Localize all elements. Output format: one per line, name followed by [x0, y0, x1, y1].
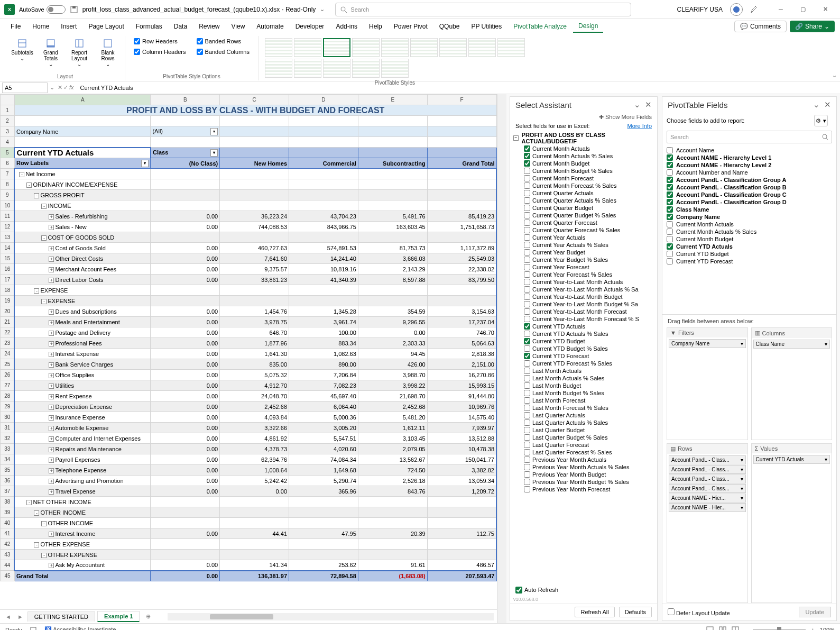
expand-icon[interactable]: + — [49, 489, 54, 495]
field-root[interactable]: −PROFIT AND LOSS BY CLASS ACTUAL/BUDGET/… — [513, 131, 654, 145]
field-item[interactable]: Current Year-to-Last Month Budget — [513, 293, 654, 300]
area-chip[interactable]: Account PandL - Class...▾ — [669, 474, 746, 483]
expand-icon[interactable]: + — [49, 532, 54, 537]
pivot-field-item[interactable]: Account Name — [667, 147, 832, 154]
styles-gallery[interactable] — [263, 36, 527, 80]
banded-cols-check[interactable]: Banded Columns — [197, 49, 250, 55]
field-item[interactable]: Current Month Budget — [513, 160, 654, 167]
area-chip[interactable]: Account NAME - Hier...▾ — [669, 494, 746, 503]
expand-icon[interactable]: - — [34, 542, 39, 547]
field-item[interactable]: Current Year Budget % Sales — [513, 256, 654, 263]
pivot-field-item[interactable]: Account PandL - Classification Group A — [667, 176, 832, 184]
field-item[interactable]: Last Quarter Forecast — [513, 441, 654, 449]
field-item[interactable]: Last Quarter Budget — [513, 426, 654, 434]
pivot-field-item[interactable]: Current Month Actuals % Sales — [667, 228, 832, 235]
search-box[interactable]: Search — [335, 3, 631, 16]
values-area[interactable]: ΣValues Current YTD Actuals▾ — [751, 443, 833, 604]
expand-icon[interactable]: + — [49, 225, 54, 230]
expand-icon[interactable]: - — [26, 500, 32, 505]
user-name[interactable]: CLEARIFY USA — [677, 6, 723, 13]
expand-icon[interactable]: + — [49, 352, 54, 357]
save-icon[interactable] — [70, 5, 78, 14]
macro-icon[interactable] — [30, 626, 37, 631]
menu-qqube[interactable]: QQube — [434, 21, 465, 32]
class-header[interactable]: Class▾ — [151, 148, 220, 158]
fields-search[interactable]: Search — [667, 131, 832, 143]
expand-icon[interactable]: - — [41, 299, 47, 304]
formula-input[interactable] — [77, 83, 838, 93]
expand-icon[interactable]: + — [49, 246, 54, 251]
company-filter[interactable]: (All)▾ — [151, 126, 220, 137]
field-item[interactable]: Last Quarter Forecast % Sales — [513, 449, 654, 456]
field-item[interactable]: Previous Year Month Budget — [513, 471, 654, 478]
field-item[interactable]: Last Month Forecast — [513, 397, 654, 404]
area-chip[interactable]: Class Name▾ — [753, 340, 830, 349]
menu-page-layout[interactable]: Page Layout — [83, 21, 129, 32]
row-headers-check[interactable]: Row Headers — [134, 38, 186, 44]
auto-refresh-check[interactable]: Auto Refresh — [510, 585, 657, 596]
name-box-dropdown[interactable]: ⌄ — [50, 84, 54, 91]
view-break-icon[interactable] — [732, 626, 739, 631]
expand-icon[interactable]: + — [49, 384, 54, 389]
field-item[interactable]: Previous Year Month Actuals — [513, 456, 654, 463]
row-labels-header[interactable]: Row Labels▾ — [14, 158, 150, 169]
field-item[interactable]: Last Month Forecast % Sales — [513, 404, 654, 412]
expand-icon[interactable]: + — [49, 257, 54, 262]
pivot-field-item[interactable]: Current YTD Forecast — [667, 258, 832, 265]
expand-icon[interactable]: + — [49, 458, 54, 463]
name-box[interactable] — [2, 83, 48, 93]
show-more-fields[interactable]: ✚ Show More Fields — [510, 113, 657, 122]
expand-icon[interactable]: - — [34, 193, 39, 198]
menu-file[interactable]: File — [5, 21, 26, 32]
menu-formulas[interactable]: Formulas — [131, 21, 168, 32]
field-item[interactable]: Last Month Actuals % Sales — [513, 375, 654, 382]
field-item[interactable]: Current Month Forecast — [513, 175, 654, 182]
menu-view[interactable]: View — [226, 21, 251, 32]
pivot-field-item[interactable]: Class Name — [667, 206, 832, 213]
panel-dropdown-icon[interactable]: ⌄ — [634, 100, 641, 109]
area-chip[interactable]: Company Name▾ — [669, 339, 746, 348]
spreadsheet-grid[interactable]: ABCDEF 1PROFIT AND LOSS BY CLASS - WITH … — [0, 94, 497, 581]
tab-nav-next[interactable]: ► — [15, 614, 25, 620]
field-item[interactable]: Current Quarter Actuals % Sales — [513, 197, 654, 204]
area-chip[interactable]: Account NAME - Hier...▾ — [669, 503, 746, 512]
share-button[interactable]: 🔗 Share ⌄ — [790, 21, 835, 32]
expand-icon[interactable]: - — [34, 288, 39, 294]
field-item[interactable]: Current Quarter Forecast — [513, 219, 654, 226]
accessibility-status[interactable]: ♿ Accessibility: Investigate — [44, 626, 116, 630]
field-item[interactable]: Current Year Actuals % Sales — [513, 241, 654, 249]
area-chip[interactable]: Account PandL - Class...▾ — [669, 465, 746, 474]
field-item[interactable]: Current Year-to-Last Month Forecast — [513, 308, 654, 315]
fx-cancel-icon[interactable]: ✕ — [58, 84, 62, 91]
field-item[interactable]: Last Month Budget % Sales — [513, 389, 654, 397]
field-item[interactable]: Current Year Forecast — [513, 263, 654, 271]
field-item[interactable]: Current YTD Budget % Sales — [513, 345, 654, 352]
field-item[interactable]: Current Quarter Actuals — [513, 189, 654, 197]
field-item[interactable]: Last Month Actuals — [513, 367, 654, 375]
defer-update-check[interactable]: Defer Layout Update — [668, 608, 730, 616]
autosave-toggle[interactable] — [47, 5, 66, 14]
field-item[interactable]: Current YTD Actuals % Sales — [513, 330, 654, 337]
field-item[interactable]: Current Year-to-Last Month Budget % Sa — [513, 300, 654, 308]
field-item[interactable]: Previous Year Month Budget % Sales — [513, 478, 654, 486]
filename-dropdown-icon[interactable]: ⌄ — [320, 6, 325, 13]
tab-getting-started[interactable]: GETTING STARTED — [27, 611, 95, 622]
expand-icon[interactable]: + — [49, 373, 54, 378]
menu-power-pivot[interactable]: Power Pivot — [389, 21, 433, 32]
user-avatar[interactable] — [730, 3, 743, 16]
menu-pp-utilities[interactable]: PP Utilities — [466, 21, 507, 32]
vertical-scrollbar[interactable] — [497, 94, 506, 623]
view-normal-icon[interactable] — [706, 626, 714, 631]
field-item[interactable]: Current Year-to-Last Month Actuals % Sa — [513, 286, 654, 293]
expand-icon[interactable]: + — [49, 267, 54, 272]
field-item[interactable]: Current Year Actuals — [513, 234, 654, 241]
field-item[interactable]: Previous Year Month Actuals % Sales — [513, 463, 654, 471]
pivot-field-item[interactable]: Current YTD Budget — [667, 250, 832, 258]
menu-insert[interactable]: Insert — [56, 21, 82, 32]
field-item[interactable]: Current Month Actuals — [513, 145, 654, 152]
grand-totals-button[interactable]: Grand Totals⌄ — [38, 36, 63, 74]
pivot-field-item[interactable]: Account Number and Name — [667, 169, 832, 176]
pivot-field-item[interactable]: Account NAME - Hierarchy Level 2 — [667, 161, 832, 169]
fields-gear-icon[interactable]: ⚙ ▾ — [814, 115, 828, 126]
pivot-field-item[interactable]: Company Name — [667, 213, 832, 221]
